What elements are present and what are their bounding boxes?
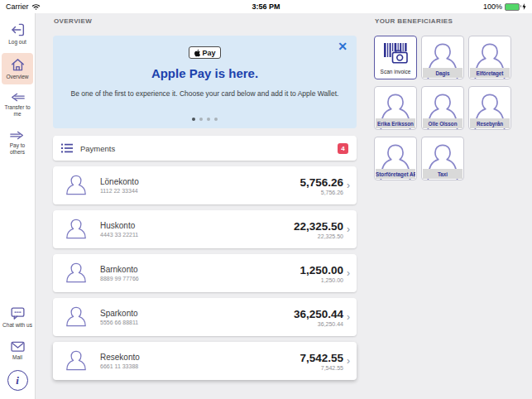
sidebar-nav: Log out Overview Transfer to me Pay to o…	[0, 13, 36, 399]
apple-pay-banner: ✕ Pay Apple Pay is here. Be one of the f…	[53, 36, 357, 128]
beneficiaries-panel: YOUR BENEFICIARIES Scan invoice Dagis	[374, 13, 523, 180]
sidebar-item-label: Transfer to me	[2, 104, 33, 118]
apple-logo-icon	[194, 49, 200, 57]
account-number: 6661 11 33388	[100, 363, 140, 369]
arrow-left-icon	[9, 92, 26, 103]
avatar-icon	[63, 348, 89, 374]
account-name: Barnkonto	[100, 265, 139, 274]
beneficiary-tile-taxi[interactable]: Taxi	[421, 137, 464, 180]
battery-percent: 100%	[483, 2, 502, 11]
beneficiaries-grid: Scan invoice Dagis Elföretaget Erika Eri…	[374, 36, 523, 180]
banner-body: Be one of the first to experience it. Ch…	[71, 89, 339, 98]
chevron-right-icon: ›	[347, 268, 350, 278]
beneficiary-tile-dagis[interactable]: Dagis	[421, 36, 464, 79]
sidebar-item-label: Mail	[12, 354, 22, 361]
sidebar-item-label: Chat with us	[2, 322, 32, 329]
beneficiary-label: Storföretaget AB	[376, 169, 415, 179]
beneficiary-tile-storforetaget-ab[interactable]: Storföretaget AB	[374, 137, 417, 180]
sidebar-item-mail[interactable]: Mail	[2, 336, 33, 365]
chat-bubble-icon	[10, 306, 26, 320]
beneficiary-label: Scan invoice	[375, 69, 416, 75]
beneficiary-tile-erika-eriksson[interactable]: Erika Eriksson	[374, 86, 417, 130]
charging-bolt-icon	[522, 3, 526, 10]
clock: 3:56 PM	[0, 2, 532, 11]
account-balance: 22,325.50	[294, 220, 343, 233]
payments-count-badge: 4	[338, 143, 348, 154]
beneficiaries-title: YOUR BENEFICIARIES	[375, 17, 523, 25]
beneficiary-label: Olle Olsson	[423, 118, 463, 128]
info-button[interactable]: i	[7, 370, 28, 391]
beneficiary-label: Elföretaget	[470, 68, 510, 78]
account-name: Sparkonto	[100, 309, 138, 318]
sidebar-item-logout[interactable]: Log out	[2, 18, 33, 50]
beneficiary-tile-scan-invoice[interactable]: Scan invoice	[374, 36, 417, 79]
account-available-balance: 1,250.00	[300, 277, 343, 283]
sidebar-item-overview[interactable]: Overview	[2, 53, 33, 84]
account-balance: 1,250.00	[300, 264, 343, 276]
beneficiary-label: Dagis	[423, 68, 463, 78]
apple-pay-badge-label: Pay	[202, 49, 215, 57]
chevron-right-icon: ›	[347, 180, 350, 190]
beneficiary-label: Resebyrån	[470, 118, 510, 128]
account-name: Huskonto	[100, 221, 138, 230]
carousel-dot[interactable]	[192, 118, 195, 121]
payments-label: Payments	[80, 144, 115, 153]
mail-icon	[10, 340, 26, 353]
sidebar-item-label: Pay to others	[2, 142, 33, 156]
beneficiary-tile-resebyran[interactable]: Resebyrån	[468, 86, 511, 130]
sidebar-item-pay-to-others[interactable]: Pay to others	[2, 126, 33, 160]
account-available-balance: 5,756.26	[300, 190, 343, 195]
account-available-balance: 36,250.44	[294, 321, 343, 327]
account-available-balance: 7,542.55	[300, 365, 343, 371]
beneficiary-tile-olle-olsson[interactable]: Olle Olsson	[421, 86, 464, 130]
beneficiary-tile-elforetaget[interactable]: Elföretaget	[468, 36, 511, 79]
battery-icon	[505, 3, 520, 11]
account-balance: 7,542.55	[300, 352, 343, 364]
avatar-icon	[63, 304, 89, 330]
payments-row[interactable]: Payments 4	[53, 136, 357, 161]
account-row-resekonto[interactable]: Resekonto6661 11 33388 7,542.557,542.55 …	[53, 342, 357, 380]
carousel-dot[interactable]	[207, 118, 210, 121]
carousel-dot[interactable]	[199, 118, 203, 121]
chevron-right-icon: ›	[347, 356, 350, 366]
account-row-huskonto[interactable]: Huskonto4443 33 22211 22,325.5022,325.50…	[53, 210, 357, 248]
banner-title: Apple Pay is here.	[151, 66, 258, 80]
avatar-icon	[63, 172, 89, 199]
logout-icon	[10, 22, 26, 37]
carousel-dot[interactable]	[214, 118, 218, 121]
account-row-barnkonto[interactable]: Barnkonto8889 99 77766 1,250.001,250.00 …	[53, 254, 357, 292]
account-name: Lönekonto	[100, 177, 139, 186]
account-number: 8889 99 77766	[100, 276, 139, 281]
beneficiary-label: Taxi	[423, 169, 463, 179]
info-icon: i	[16, 374, 19, 387]
banking-app-window: Carrier 3:56 PM 100% Log out Overview	[0, 0, 532, 399]
account-number: 1112 22 33344	[100, 188, 139, 194]
sidebar-item-transfer-to-me[interactable]: Transfer to me	[2, 88, 33, 122]
account-row-lonekonto[interactable]: Lönekonto1112 22 33344 5,756.265,756.26 …	[53, 166, 357, 204]
chevron-right-icon: ›	[347, 312, 350, 322]
status-bar: Carrier 3:56 PM 100%	[0, 0, 532, 13]
account-row-sparkonto[interactable]: Sparkonto5556 66 88811 36,250.4436,250.4…	[53, 298, 357, 336]
chevron-right-icon: ›	[347, 224, 350, 234]
close-icon[interactable]: ✕	[338, 41, 347, 52]
home-icon	[10, 57, 26, 72]
scan-invoice-icon	[382, 42, 409, 65]
avatar-icon	[63, 216, 89, 243]
sidebar-item-chat[interactable]: Chat with us	[2, 302, 33, 333]
account-number: 5556 66 88811	[100, 320, 138, 325]
account-balance: 36,250.44	[294, 308, 343, 320]
carousel-dots	[53, 118, 357, 121]
page-title: OVERVIEW	[54, 17, 357, 25]
list-icon	[61, 143, 73, 153]
account-available-balance: 22,325.50	[294, 233, 343, 239]
main-content: OVERVIEW ✕ Pay Apple Pay is here. Be one…	[53, 13, 357, 380]
account-number: 4443 33 22211	[100, 232, 138, 238]
account-balance: 5,756.26	[300, 176, 343, 189]
beneficiary-label: Erika Eriksson	[376, 118, 415, 128]
sidebar-item-label: Overview	[6, 74, 28, 80]
avatar-icon	[63, 260, 89, 286]
apple-pay-badge: Pay	[189, 46, 220, 59]
account-name: Resekonto	[100, 353, 140, 362]
arrow-right-icon	[9, 130, 26, 141]
sidebar-item-label: Log out	[8, 39, 26, 46]
